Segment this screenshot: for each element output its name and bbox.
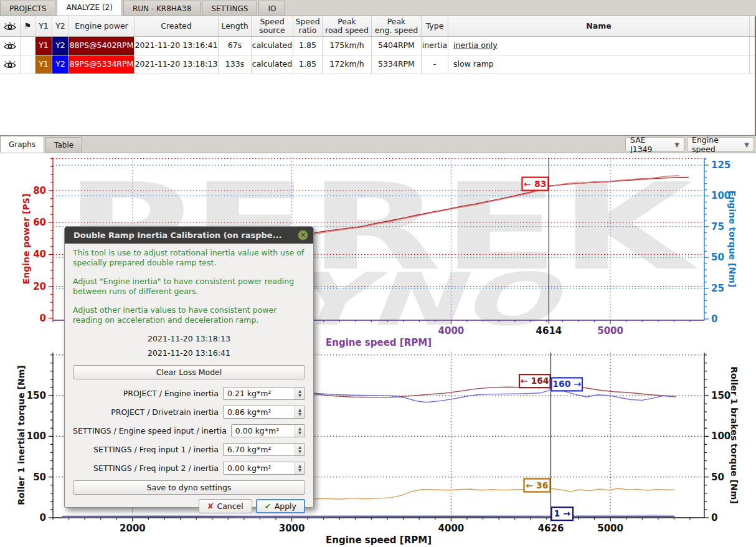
svg-text:Engine torque [Nm]: Engine torque [Nm] (727, 191, 737, 287)
spinner-arrows[interactable]: ▲▼ (295, 462, 305, 474)
tab-analyze-2[interactable]: ANALYZE (2) (57, 0, 121, 16)
svg-text:75: 75 (711, 221, 724, 232)
clear-loss-model-button[interactable]: Clear Loss Model (73, 365, 305, 379)
dialog-title-bar[interactable]: Double Ramp Inertia Calibration (on rasp… (65, 227, 313, 244)
column-header-created[interactable]: Created (135, 16, 219, 36)
svg-text:← 36: ← 36 (526, 480, 548, 490)
close-icon[interactable]: ✕ (298, 230, 308, 240)
table-header-row: ⚑Y1Y2Engine powerCreatedLengthSpeed sour… (0, 16, 755, 37)
svg-text:25: 25 (711, 283, 724, 294)
cell-peak_eng: 5404RPM (372, 37, 422, 55)
svg-text:100: 100 (27, 430, 46, 442)
spinner-arrows[interactable]: ▲▼ (295, 406, 305, 418)
column-header-y1[interactable]: Y1 (35, 16, 52, 36)
subtabs-holder: GraphsTable (0, 136, 83, 153)
y2-badge[interactable]: Y2 (52, 55, 69, 74)
run-name[interactable]: slow ramp (453, 60, 494, 69)
dialog-paragraph-2: Adjust "Engine inertia" to have consiste… (73, 277, 305, 297)
column-header-peak_road[interactable]: Peak road speed (323, 16, 372, 36)
spin-down-icon[interactable]: ▼ (298, 394, 301, 398)
svg-text:150: 150 (27, 390, 46, 401)
column-header-peak_eng[interactable]: Peak eng. speed (372, 16, 422, 36)
cursor-value-label: ← 83 (522, 178, 548, 191)
cursor-x-label: 4626 (538, 523, 564, 534)
field-row-settings-freq-input-2-inertia: SETTINGS / Freq input 2 / inertia0.00 kg… (73, 462, 305, 475)
select-sae-j1349[interactable]: SAE J1349▼ (625, 137, 684, 152)
y1-badge[interactable]: Y1 (35, 55, 52, 74)
series-roller-brakes-torque (314, 388, 673, 402)
svg-text:125: 125 (711, 159, 730, 171)
inertia-spinbox[interactable]: 0.00 kg*m²▲▼ (231, 424, 305, 437)
svg-text:0: 0 (40, 512, 46, 523)
tab-run-kr8ha38[interactable]: RUN - KR8HA38 (123, 1, 201, 16)
apply-button[interactable]: ✔ Apply (256, 499, 305, 513)
cell-visible[interactable] (0, 55, 21, 74)
column-header-power[interactable]: Engine power (69, 16, 135, 36)
svg-text:0: 0 (711, 313, 717, 325)
svg-text:5000: 5000 (597, 325, 623, 336)
cell-visible[interactable] (0, 37, 21, 55)
column-header-speed_ratio[interactable]: Speed ratio (293, 16, 323, 36)
cancel-button[interactable]: ✘ Cancel (199, 499, 252, 513)
column-header-name[interactable]: Name (448, 16, 750, 36)
spinner-arrows[interactable]: ▲▼ (295, 444, 305, 455)
spin-down-icon[interactable]: ▼ (298, 412, 301, 417)
select-value: Engine speed (692, 135, 739, 154)
column-header-speed_source[interactable]: Speed source (252, 16, 293, 36)
run-date-1: 2021-11-20 13:18:13 (73, 334, 305, 343)
svg-text:Engine power [PS]: Engine power [PS] (21, 194, 31, 285)
cell-y2: Y2 (52, 55, 69, 74)
svg-text:Roller 1 inertial torque [Nm]: Roller 1 inertial torque [Nm] (16, 365, 26, 505)
spinbox-value: 0.00 kg*m² (224, 464, 295, 473)
spinbox-value: 0.86 kg*m² (224, 407, 295, 417)
cell-length: 133s (219, 55, 252, 74)
spinner-arrows[interactable]: ▲▼ (295, 388, 305, 399)
table-row[interactable]: Y1Y288PS@5402RPM2021-11-20 13:16:4167sca… (0, 37, 755, 55)
field-label: SETTINGS / Engine speed input / inertia (73, 426, 231, 435)
inertia-spinbox[interactable]: 0.86 kg*m²▲▼ (223, 406, 305, 419)
inertia-spinbox[interactable]: 0.00 kg*m²▲▼ (223, 462, 305, 475)
svg-text:100: 100 (711, 430, 730, 442)
svg-text:50: 50 (711, 252, 724, 263)
cursor-value-label: 160 → (552, 378, 583, 391)
cell-speed_ratio: 1.85 (293, 37, 323, 55)
dialog-actions: ✘ Cancel ✔ Apply (73, 499, 305, 513)
column-header-y2[interactable]: Y2 (52, 16, 69, 36)
column-header-visible[interactable] (0, 16, 21, 36)
svg-text:20: 20 (33, 281, 46, 292)
eye-icon (3, 41, 17, 50)
inertia-spinbox[interactable]: 0.21 kg*m²▲▼ (223, 387, 305, 400)
table-row[interactable]: Y1Y289PS@5334RPM2021-11-20 13:18:13133sc… (0, 55, 755, 74)
column-header-type[interactable]: Type (422, 16, 448, 36)
series-loss-torque (314, 488, 674, 499)
svg-text:80: 80 (33, 185, 46, 196)
cancel-label: Cancel (217, 502, 243, 511)
inertia-calibration-dialog: Double Ramp Inertia Calibration (on rasp… (64, 226, 314, 508)
runs-table-panel: ⚑Y1Y2Engine powerCreatedLengthSpeed sour… (0, 16, 756, 136)
save-to-dyno-settings-button[interactable]: Save to dyno settings (73, 480, 305, 495)
tab-settings[interactable]: SETTINGS (202, 1, 257, 16)
spinbox-value: 0.21 kg*m² (224, 389, 295, 398)
column-header-length[interactable]: Length (219, 16, 252, 36)
subtab-graphs[interactable]: Graphs (0, 136, 44, 153)
inertia-spinbox[interactable]: 6.70 kg*m²▲▼ (223, 443, 305, 456)
subtab-table[interactable]: Table (45, 137, 82, 153)
field-label: SETTINGS / Freq input 1 / inertia (73, 445, 223, 454)
column-header-flag[interactable]: ⚑ (21, 16, 35, 36)
spin-down-icon[interactable]: ▼ (298, 450, 301, 454)
svg-text:Engine speed [RPM]: Engine speed [RPM] (326, 535, 432, 546)
spin-down-icon[interactable]: ▼ (298, 469, 301, 473)
svg-text:40: 40 (33, 249, 46, 260)
dialog-paragraph-3: Adjust other inertia values to have cons… (73, 305, 305, 325)
svg-text:0: 0 (40, 313, 46, 324)
run-name[interactable]: inertia only (453, 41, 498, 50)
y2-badge[interactable]: Y2 (52, 37, 69, 55)
spinner-arrows[interactable]: ▲▼ (295, 425, 305, 437)
y1-badge[interactable]: Y1 (35, 37, 52, 55)
select-engine-speed[interactable]: Engine speed▼ (687, 137, 754, 152)
cell-speed_source: calculated (252, 37, 293, 55)
cell-type: - (422, 55, 448, 74)
tab-io[interactable]: IO (258, 1, 285, 16)
tab-projects[interactable]: PROJECTS (0, 1, 55, 16)
spin-down-icon[interactable]: ▼ (298, 431, 301, 435)
